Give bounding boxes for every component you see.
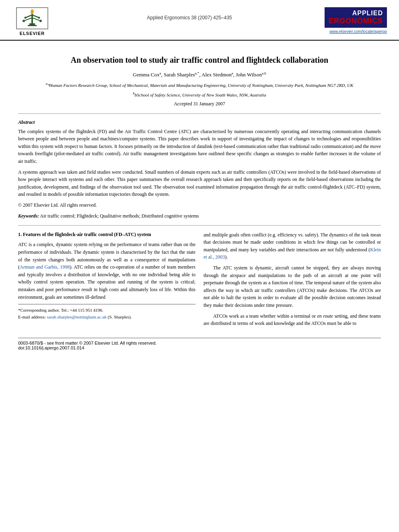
authors: Gemma Coxa, Sarah Sharplesa,*, Alex Sted… bbox=[18, 71, 381, 78]
svg-rect-8 bbox=[28, 25, 37, 26]
footnote-area: *Corresponding author. Tel.: +44 115 951… bbox=[18, 304, 195, 320]
svg-rect-7 bbox=[29, 23, 35, 25]
ref-artman[interactable]: Artman and Garbis, 1998 bbox=[20, 264, 70, 270]
svg-point-11 bbox=[25, 16, 27, 18]
journal-logo: APPLIED ERGONOMICS bbox=[325, 7, 387, 28]
two-col-layout: 1. Features of the flightdeck-air traffi… bbox=[18, 231, 381, 331]
footer-bottom: 0003-6870/$ - see front matter © 2007 El… bbox=[18, 338, 381, 350]
keywords: Keywords: Air traffic control; Flightdec… bbox=[18, 212, 381, 220]
section1-right-text: and multiple goals often conflict (e.g. … bbox=[204, 231, 381, 327]
svg-point-10 bbox=[39, 20, 42, 22]
journal-ergonomics: ERGONOMICS bbox=[329, 17, 383, 25]
section1-right-para-3: ATCOs work as a team whether within a te… bbox=[204, 312, 381, 327]
footnote-corresponding: *Corresponding author. Tel.: +44 115 951… bbox=[18, 307, 195, 314]
keywords-text: Air traffic control; Flightdeck; Qualita… bbox=[40, 213, 199, 219]
section1-title: 1. Features of the flightdeck-air traffi… bbox=[18, 231, 195, 238]
section1-para-1: ATC is a complex, dynamic system relying… bbox=[18, 241, 195, 301]
header: ELSEVIER Applied Ergonomics 38 (2007) 42… bbox=[0, 0, 399, 41]
ref-klein[interactable]: Klein et al., 2003 bbox=[204, 247, 381, 260]
abstract-text: The complex systems of the flightdeck (F… bbox=[18, 128, 381, 209]
keywords-label: Keywords: bbox=[18, 213, 39, 219]
abstract-para-2: A systems approach was taken and field s… bbox=[18, 168, 381, 198]
abstract-copyright: © 2007 Elsevier Ltd. All rights reserved… bbox=[18, 201, 381, 209]
title-section: An observation tool to study air traffic… bbox=[18, 54, 381, 107]
svg-point-9 bbox=[23, 20, 25, 22]
header-center: Applied Ergonomics 38 (2007) 425–435 bbox=[52, 7, 327, 21]
section1-right-para-1: and multiple goals often conflict (e.g. … bbox=[204, 231, 381, 261]
journal-url[interactable]: www.elsevier.com/locate/apergo bbox=[329, 29, 387, 34]
section1-right-para-2: The ATC system is dynamic, aircraft cann… bbox=[204, 264, 381, 309]
footnote-email: E-mail address: sarah.sharples@nottingha… bbox=[18, 314, 195, 320]
journal-ref: Applied Ergonomics 38 (2007) 425–435 bbox=[147, 15, 232, 21]
divider-mid bbox=[18, 225, 381, 226]
section1-left-text: ATC is a complex, dynamic system relying… bbox=[18, 241, 195, 301]
footer-issn: 0003-6870/$ - see front matter © 2007 El… bbox=[18, 341, 381, 345]
header-right: APPLIED ERGONOMICS www.elsevier.com/loca… bbox=[327, 7, 387, 34]
divider-top bbox=[18, 113, 381, 114]
footer-doi: doi:10.1016/j.apergo.2007.01.014 bbox=[18, 345, 381, 350]
main-content: An observation tool to study air traffic… bbox=[0, 41, 399, 358]
elsevier-logo: ELSEVIER bbox=[12, 7, 52, 36]
col-right: and multiple goals often conflict (e.g. … bbox=[204, 231, 381, 331]
page: ELSEVIER Applied Ergonomics 38 (2007) 42… bbox=[0, 0, 399, 532]
col-left: 1. Features of the flightdeck-air traffi… bbox=[18, 231, 195, 331]
email-link[interactable]: sarah.sharples@nottingham.ac.uk bbox=[47, 314, 107, 319]
abstract-title: Abstract bbox=[18, 119, 381, 125]
abstract-para-1: The complex systems of the flightdeck (F… bbox=[18, 128, 381, 165]
paper-title: An observation tool to study air traffic… bbox=[18, 54, 381, 66]
elsevier-logo-box bbox=[16, 7, 48, 29]
svg-point-12 bbox=[38, 16, 40, 18]
affiliation-b: bbSchool of Safety Science, University o… bbox=[18, 91, 381, 98]
affiliation-a: aᵃHuman Factors Research Group, School o… bbox=[18, 81, 381, 88]
abstract-section: Abstract The complex systems of the flig… bbox=[18, 119, 381, 220]
svg-point-2 bbox=[31, 9, 34, 14]
elsevier-label: ELSEVIER bbox=[20, 31, 45, 36]
accepted-date: Accepted 31 January 2007 bbox=[18, 101, 381, 107]
journal-applied: APPLIED bbox=[329, 10, 383, 17]
